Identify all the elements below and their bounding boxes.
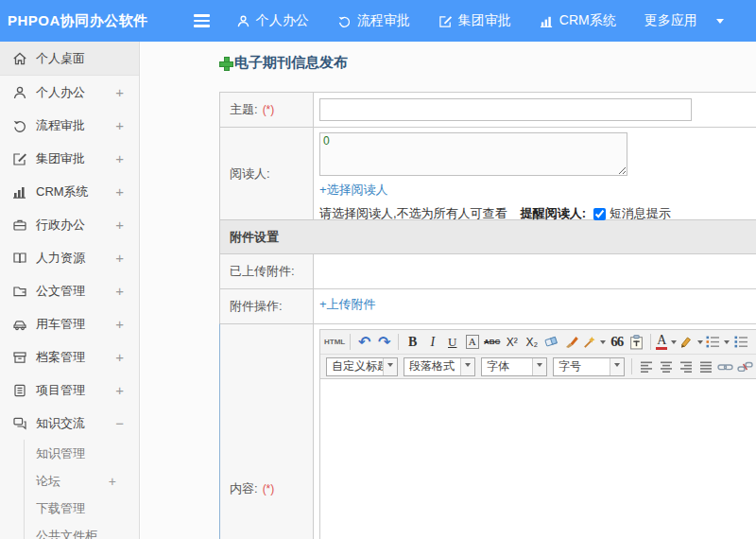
redo-icon[interactable]: ↷ [375,333,393,352]
editor-toolbar-row2: 自定义标题 段落格式 字体 [320,355,756,379]
person-icon [236,14,250,28]
nav-item-more-apps[interactable]: 更多应用 [644,12,697,29]
chat-bubbles-icon [12,416,27,431]
collapse-indicator[interactable]: − [115,415,124,431]
underline-button[interactable]: U [443,333,461,352]
caret-down-icon [610,358,624,375]
subject-row: 主题: (*) [219,92,756,127]
caret-down-icon [383,358,397,375]
sidebar-item-personal-desktop[interactable]: 个人桌面 [0,42,139,76]
sidebar-label: 项目管理 [36,382,85,399]
attachment-operations-row: 附件操作: +上传附件 [219,288,756,323]
sidebar-item-hr[interactable]: 人力资源 + [0,241,139,274]
html-source-button[interactable]: HTML [324,333,345,352]
sms-notify-checkbox[interactable] [593,208,606,220]
hamburger-menu-icon[interactable] [190,10,214,31]
sidebar-label: 集团审批 [36,150,85,167]
superscript-button[interactable]: X² [503,333,521,352]
edit-square-icon [438,14,453,28]
undo-icon[interactable]: ↶ [355,333,373,352]
subject-input[interactable] [319,98,692,121]
ordered-list-icon[interactable] [705,333,730,352]
caret-down-icon [600,340,606,347]
main-content: 电子期刊信息发布 主题: (*) 阅读人: 0 +选择阅 [141,42,756,539]
font-family-select[interactable]: 字体 [481,357,547,376]
sidebar-label: 流程审批 [36,117,85,134]
remove-link-icon[interactable] [736,357,754,376]
expand-indicator[interactable]: + [115,117,124,133]
expand-indicator[interactable]: + [115,316,124,332]
select-readers-link[interactable]: +选择阅读人 [319,182,388,199]
nav-item-personal-office[interactable]: 个人办公 [236,12,309,29]
sidebar-item-personal-office[interactable]: 个人办公 + [0,76,139,109]
page-title: 电子期刊信息发布 [219,54,348,72]
sidebar-label: 行政办公 [36,217,85,234]
font-color-button[interactable]: A [656,333,677,352]
nav-item-process-approval[interactable]: 流程审批 [337,12,410,29]
insert-link-icon[interactable] [716,357,734,376]
sidebar-item-document-mgmt[interactable]: 公文管理 + [0,274,139,307]
italic-button[interactable]: I [423,333,441,352]
paste-as-text-icon[interactable] [627,333,645,352]
font-size-select[interactable]: 字号 [553,357,625,376]
sidebar-item-crm[interactable]: CRM系统 + [0,175,139,208]
sidebar-item-admin-office[interactable]: 行政办公 + [0,208,139,241]
strikethrough-button[interactable]: ABC [483,333,501,352]
highlight-marker-icon[interactable] [679,333,703,352]
bold-button[interactable]: B [404,333,421,352]
add-plus-icon [219,57,232,69]
sidebar-item-archive-mgmt[interactable]: 档案管理 + [0,340,139,374]
expand-indicator[interactable]: + [115,382,124,398]
sidebar-item-project-mgmt[interactable]: 项目管理 + [0,374,139,407]
toolbar-separator [650,334,651,350]
readers-label: 阅读人: [220,128,314,219]
sidebar-sublabel: 知识管理 [36,445,85,462]
nav-item-group-approval[interactable]: 集团审批 [438,12,511,29]
align-left-icon[interactable] [637,357,655,376]
expand-indicator[interactable]: + [115,283,124,299]
nav-item-crm[interactable]: CRM系统 [540,12,616,29]
expand-indicator[interactable]: + [115,84,124,100]
sidebar-subitem-public-file-cabinet[interactable]: 公共文件柜 [25,522,139,539]
sidebar-item-process-approval[interactable]: 流程审批 + [0,109,139,142]
paragraph-format-select[interactable]: 段落格式 [404,357,475,376]
eraser-icon[interactable] [542,333,560,352]
upload-attachment-link[interactable]: +上传附件 [319,296,376,313]
sidebar-item-group-approval[interactable]: 集团审批 + [0,142,139,175]
blockquote-button[interactable]: 66 [608,333,626,352]
sidebar-item-vehicle-mgmt[interactable]: 用车管理 + [0,307,139,340]
bar-chart-icon [540,14,554,28]
caret-down-icon[interactable] [716,19,724,27]
editor-content-area[interactable] [320,379,756,539]
align-right-icon[interactable] [677,357,695,376]
sidebar-item-knowledge-exchange[interactable]: 知识交流 − [0,407,139,440]
sidebar-subitem-download-mgmt[interactable]: 下载管理 [25,495,139,522]
expand-indicator[interactable]: + [115,183,124,200]
expand-indicator[interactable]: + [115,349,124,365]
publish-form: 主题: (*) 阅读人: 0 +选择阅读人 请选择阅读人,不选为所有人可查看 [219,92,756,539]
expand-indicator[interactable]: + [115,217,124,233]
readers-textarea[interactable]: 0 [319,132,627,176]
attachments-section-header: 附件设置 [219,219,756,253]
edit-square-icon [12,151,27,166]
expand-indicator[interactable]: + [115,250,124,266]
format-brush-icon[interactable] [562,333,580,352]
process-arrow-icon [337,14,352,28]
color-swatch [656,347,667,350]
sidebar-subitem-forum[interactable]: 论坛 + [25,467,139,495]
expand-indicator[interactable]: + [115,150,124,166]
readers-value-cell: 0 +选择阅读人 请选择阅读人,不选为所有人可查看 提醒阅读人: 短消息提示 [314,128,756,219]
subscript-button[interactable]: X₂ [523,333,541,352]
font-box-button[interactable]: A [463,333,481,352]
align-center-icon[interactable] [657,357,675,376]
expand-indicator[interactable]: + [109,474,116,489]
magic-wand-icon[interactable] [582,333,606,352]
top-nav: 个人办公 流程审批 集团审批 CRM系统 更多应用 [236,12,724,29]
sidebar-subitem-knowledge-mgmt[interactable]: 知识管理 [25,440,139,467]
justify-icon[interactable] [696,357,714,376]
archive-box-icon [12,350,27,365]
custom-heading-select[interactable]: 自定义标题 [326,357,398,376]
uploaded-attachments-row: 已上传附件: [219,253,756,288]
sidebar-label: 知识交流 [36,415,85,432]
unordered-list-icon[interactable] [731,333,749,352]
